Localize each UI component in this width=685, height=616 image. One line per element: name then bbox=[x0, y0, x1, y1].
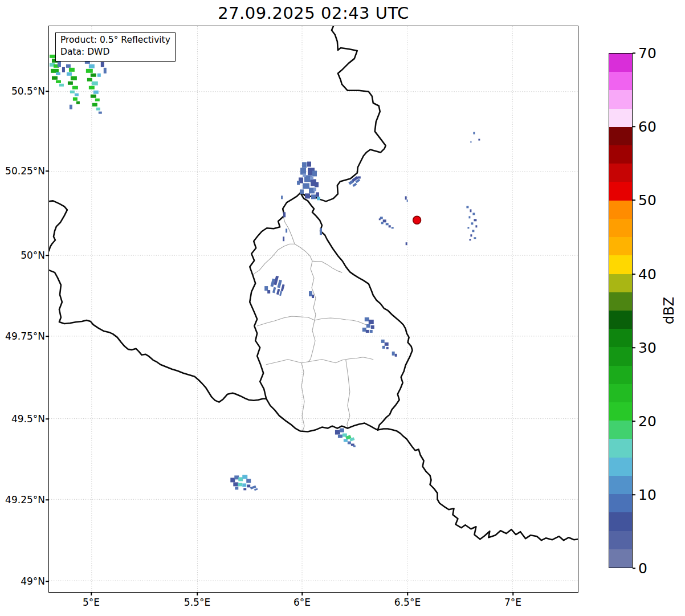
colorbar-band bbox=[609, 531, 632, 549]
admin-border bbox=[283, 217, 295, 244]
radar-echo-cell bbox=[70, 105, 72, 109]
radar-echo-cell bbox=[92, 81, 98, 85]
radar-echo-cell bbox=[381, 340, 385, 343]
radar-echo-cell bbox=[58, 62, 61, 67]
colorbar-tick-label: 60 bbox=[638, 119, 657, 135]
y-tick-label: 50.25°N bbox=[0, 165, 45, 177]
radar-echo-cell bbox=[317, 197, 320, 200]
y-tick bbox=[46, 255, 48, 256]
radar-echo-cell bbox=[335, 430, 340, 435]
radar-echo-cell bbox=[73, 97, 78, 101]
radar-echo-cell bbox=[71, 76, 77, 80]
radar-echo-cell bbox=[246, 479, 251, 483]
radar-echo-cell bbox=[405, 196, 407, 199]
radar-echo-cell bbox=[348, 442, 351, 444]
y-tick bbox=[46, 418, 48, 419]
colorbar bbox=[609, 53, 633, 568]
radar-echo-cell bbox=[300, 189, 304, 194]
radar-echo-cell bbox=[267, 290, 270, 293]
colorbar-band bbox=[609, 366, 632, 384]
radar-echo-cell bbox=[56, 80, 61, 83]
radar-echo-cell bbox=[95, 99, 100, 101]
radar-echo-cell bbox=[50, 55, 55, 58]
radar-echo-cell bbox=[59, 84, 64, 87]
radar-echo-cell bbox=[62, 67, 65, 72]
radar-echo-cell bbox=[472, 230, 474, 232]
radar-echo-cell bbox=[242, 475, 247, 479]
radar-echo-cell bbox=[238, 477, 243, 481]
radar-echo-cell bbox=[315, 182, 319, 187]
radar-echo-cell bbox=[386, 223, 389, 225]
radar-echo-cell bbox=[72, 86, 78, 89]
colorbar-band bbox=[609, 109, 632, 127]
radar-echo-cell bbox=[473, 132, 475, 134]
colorbar-tick-label: 30 bbox=[638, 340, 657, 356]
radar-echo-cell bbox=[316, 192, 319, 197]
radar-echo-cell bbox=[312, 170, 317, 176]
radar-echo-cell bbox=[369, 320, 374, 324]
radar-echo-cell bbox=[286, 229, 287, 232]
radar-site-marker bbox=[413, 216, 421, 224]
data-source-label: Data: DWD bbox=[60, 46, 170, 58]
radar-echo-cell bbox=[91, 95, 96, 98]
x-tick bbox=[197, 593, 198, 595]
y-tick-label: 50.5°N bbox=[0, 85, 45, 97]
x-tick bbox=[301, 593, 303, 595]
radar-echo-cell bbox=[475, 225, 477, 227]
radar-echo-cell bbox=[230, 478, 235, 482]
colorbar-band bbox=[609, 274, 632, 292]
colorbar-band bbox=[609, 54, 632, 72]
radar-echo-cell bbox=[389, 225, 391, 227]
radar-echo-cell bbox=[89, 86, 95, 89]
radar-echo-cell bbox=[307, 162, 311, 167]
radar-echo-cell bbox=[281, 195, 283, 199]
radar-echo-cell bbox=[370, 330, 373, 333]
map-title: 27.09.2025 02:43 UTC bbox=[48, 3, 578, 23]
radar-echo-cell bbox=[67, 72, 72, 76]
radar-echo-cell bbox=[279, 291, 282, 296]
radar-echo-cell bbox=[395, 354, 397, 357]
colorbar-band bbox=[609, 476, 632, 494]
radar-echo-cell bbox=[344, 439, 348, 442]
radar-echo-cell bbox=[238, 483, 242, 486]
colorbar-band bbox=[609, 255, 632, 274]
colorbar-tick bbox=[633, 494, 635, 495]
radar-echo-cell bbox=[362, 328, 366, 332]
radar-echo-cell bbox=[338, 435, 343, 438]
radar-echo-cell bbox=[379, 218, 381, 220]
colorbar-band bbox=[609, 458, 632, 476]
radar-echo-cell bbox=[302, 162, 307, 168]
x-tick bbox=[91, 593, 92, 595]
colorbar-tick bbox=[633, 274, 635, 275]
colorbar-band bbox=[609, 182, 632, 200]
y-tick bbox=[46, 336, 48, 337]
colorbar-band bbox=[609, 72, 632, 90]
radar-echo-cell bbox=[68, 81, 73, 85]
colorbar-band bbox=[609, 402, 632, 421]
radar-echo-cell bbox=[406, 242, 407, 245]
radar-echo-cell bbox=[69, 68, 75, 72]
colorbar-unit-label: dBZ bbox=[661, 297, 677, 324]
colorbar-band bbox=[609, 311, 632, 329]
colorbar-tick-label: 0 bbox=[638, 560, 647, 577]
radar-echo-cell bbox=[468, 216, 470, 218]
y-tick-label: 49.5°N bbox=[0, 413, 45, 425]
y-tick-label: 49.75°N bbox=[0, 331, 45, 342]
radar-echo-cell bbox=[371, 325, 374, 329]
radar-echo-cell bbox=[343, 434, 347, 437]
radar-echo-cell bbox=[97, 74, 101, 77]
admin-border bbox=[346, 360, 350, 429]
radar-echo-cell bbox=[467, 227, 469, 229]
colorbar-band bbox=[609, 292, 632, 311]
radar-echo-cell bbox=[56, 72, 60, 75]
colorbar-band bbox=[609, 127, 632, 145]
radar-echo-cell bbox=[470, 209, 471, 212]
radar-echo-cell bbox=[303, 173, 306, 177]
radar-echo-cell bbox=[86, 69, 93, 73]
colorbar-tick bbox=[633, 347, 635, 348]
radar-echo-cell bbox=[320, 228, 322, 235]
radar-echo-cell bbox=[76, 101, 80, 104]
colorbar-tick-label: 10 bbox=[638, 487, 657, 503]
colorbar-tick-label: 50 bbox=[638, 192, 657, 209]
radar-echo-cell bbox=[234, 475, 239, 479]
